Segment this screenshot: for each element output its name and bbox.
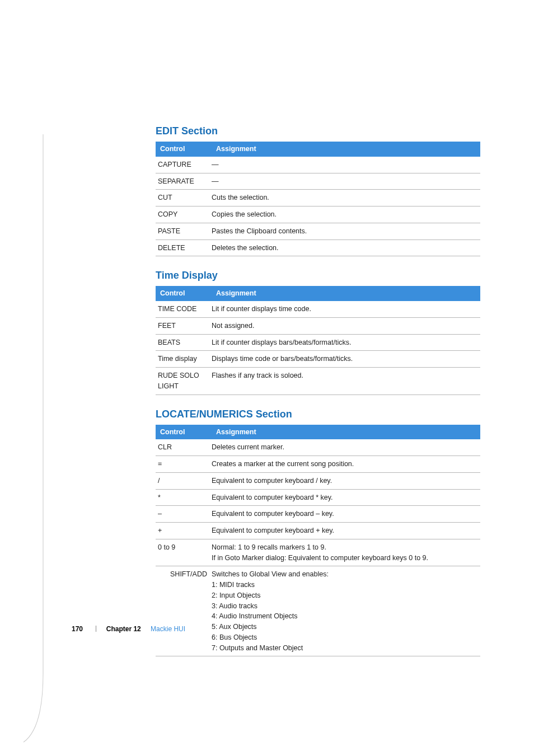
col-control-header: Control (156, 142, 212, 157)
cell-assignment: Deletes current marker. (212, 439, 480, 456)
table-row: /Equivalent to computer keyboard / key. (156, 472, 480, 489)
cell-assignment: Normal: 1 to 9 recalls markers 1 to 9. I… (212, 539, 480, 566)
cell-control: DELETE (156, 240, 212, 256)
cell-assignment: Switches to Global View and enables: 1: … (212, 566, 480, 656)
table-row: CLRDeletes current marker. (156, 439, 480, 456)
table-row: FEETNot assigned. (156, 317, 480, 334)
table-row: TIME CODELit if counter displays time co… (156, 301, 480, 317)
table-row: DELETEDeletes the selection. (156, 240, 480, 256)
assignment-line: 6: Bus Objects (212, 632, 476, 643)
cell-assignment: Displays time code or bars/beats/format/… (212, 351, 480, 368)
table-locate-numerics: Control Assignment CLRDeletes current ma… (156, 425, 480, 657)
footer-separator (96, 626, 96, 632)
chapter-title: Mackie HUI (151, 625, 185, 633)
cell-assignment: Flashes if any track is soloed. (212, 368, 480, 395)
cell-assignment: Equivalent to computer keyboard / key. (212, 472, 480, 489)
cell-control: * (156, 489, 212, 506)
table-row: +Equivalent to computer keyboard + key. (156, 523, 480, 539)
table-row: BEATSLit if counter displays bars/beats/… (156, 334, 480, 351)
table-row: *Equivalent to computer keyboard * key. (156, 489, 480, 506)
chapter-label: Chapter 12 (106, 625, 141, 633)
table-time-display: Control Assignment TIME CODELit if count… (156, 286, 480, 395)
cell-assignment: Copies the selection. (212, 206, 480, 223)
assignment-line: 1: MIDI tracks (212, 580, 476, 590)
table-row: CUTCuts the selection. (156, 190, 480, 206)
cell-control: SHIFT/ADD (156, 566, 212, 656)
cell-assignment: Not assigned. (212, 317, 480, 334)
cell-control: FEET (156, 317, 212, 334)
table-row: –Equivalent to computer keyboard – key. (156, 506, 480, 523)
section-heading-edit: EDIT Section (156, 125, 480, 137)
assignment-line: 5: Aux Objects (212, 622, 476, 632)
table-row: =Creates a marker at the current song po… (156, 456, 480, 473)
assignment-line: 7: Outputs and Master Object (212, 643, 476, 654)
table-row: RUDE SOLO LIGHTFlashes if any track is s… (156, 368, 480, 395)
table-row: Time displayDisplays time code or bars/b… (156, 351, 480, 368)
col-assignment-header: Assignment (212, 142, 480, 157)
cell-assignment: Equivalent to computer keyboard – key. (212, 506, 480, 523)
assignment-line: 2: Input Objects (212, 590, 476, 601)
cell-control: + (156, 523, 212, 539)
cell-control: 0 to 9 (156, 539, 212, 566)
table-row: CAPTURE— (156, 157, 480, 173)
cell-control: CLR (156, 439, 212, 456)
binding-curve-icon (24, 134, 46, 756)
cell-assignment: — (212, 173, 480, 190)
cell-assignment: Lit if counter displays time code. (212, 301, 480, 317)
cell-control: Time display (156, 351, 212, 368)
col-control-header: Control (156, 425, 212, 440)
col-control-header: Control (156, 286, 212, 301)
assignment-line: Normal: 1 to 9 recalls markers 1 to 9. (212, 542, 476, 553)
table-row: PASTEPastes the Clipboard contents. (156, 223, 480, 240)
cell-control: TIME CODE (156, 301, 212, 317)
section-heading-time: Time Display (156, 270, 480, 281)
cell-assignment: — (212, 157, 480, 173)
page-number: 170 (72, 625, 83, 633)
cell-assignment: Equivalent to computer keyboard + key. (212, 523, 480, 539)
table-row: SEPARATE— (156, 173, 480, 190)
table-row: 0 to 9 Normal: 1 to 9 recalls markers 1 … (156, 539, 480, 566)
cell-control: RUDE SOLO LIGHT (156, 368, 212, 395)
cell-assignment: Lit if counter displays bars/beats/forma… (212, 334, 480, 351)
page-footer: 170 Chapter 12 Mackie HUI (72, 625, 185, 633)
cell-control: SEPARATE (156, 173, 212, 190)
cell-control: COPY (156, 206, 212, 223)
cell-control: – (156, 506, 212, 523)
table-row: COPYCopies the selection. (156, 206, 480, 223)
section-heading-locate: LOCATE/NUMERICS Section (156, 408, 480, 420)
cell-control: CUT (156, 190, 212, 206)
col-assignment-header: Assignment (212, 286, 480, 301)
cell-assignment: Creates a marker at the current song pos… (212, 456, 480, 473)
cell-control: BEATS (156, 334, 212, 351)
table-edit-section: Control Assignment CAPTURE— SEPARATE— CU… (156, 142, 480, 256)
cell-assignment: Deletes the selection. (212, 240, 480, 256)
assignment-line: 4: Audio Instrument Objects (212, 611, 476, 622)
page-content: EDIT Section Control Assignment CAPTURE—… (0, 0, 534, 656)
cell-assignment: Cuts the selection. (212, 190, 480, 206)
cell-assignment: Pastes the Clipboard contents. (212, 223, 480, 240)
col-assignment-header: Assignment (212, 425, 480, 440)
cell-control: CAPTURE (156, 157, 212, 173)
table-row: SHIFT/ADD Switches to Global View and en… (156, 566, 480, 656)
cell-control: = (156, 456, 212, 473)
cell-assignment: Equivalent to computer keyboard * key. (212, 489, 480, 506)
assignment-line: 3: Audio tracks (212, 601, 476, 612)
cell-control: / (156, 472, 212, 489)
assignment-line: If in Goto Marker dialog: Equivalent to … (212, 553, 476, 564)
assignment-line: Switches to Global View and enables: (212, 569, 476, 580)
cell-control: PASTE (156, 223, 212, 240)
